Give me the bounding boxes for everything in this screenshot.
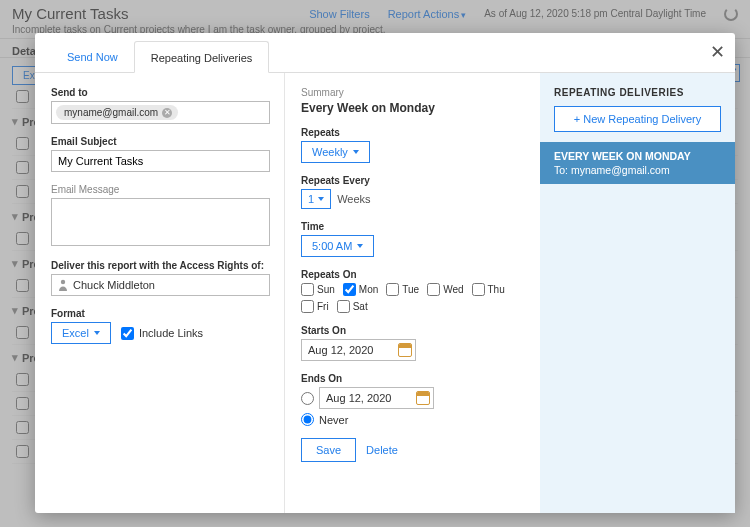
delivery-item-selected[interactable]: EVERY WEEK ON MONDAY To: myname@gmail.co…: [540, 142, 735, 184]
send-to-label: Send to: [51, 87, 270, 98]
calendar-icon[interactable]: [416, 391, 430, 405]
day-tue-checkbox[interactable]: Tue: [386, 283, 419, 296]
subject-label: Email Subject: [51, 136, 270, 147]
save-button[interactable]: Save: [301, 438, 356, 462]
right-column: REPEATING DELIVERIES + New Repeating Del…: [540, 73, 735, 513]
new-repeating-delivery-button[interactable]: + New Repeating Delivery: [554, 106, 721, 132]
access-rights-label: Deliver this report with the Access Righ…: [51, 260, 270, 271]
delivery-item-title: EVERY WEEK ON MONDAY: [554, 150, 721, 162]
tab-send-now[interactable]: Send Now: [51, 41, 134, 72]
delivery-modal: ✕ Send Now Repeating Deliveries Send to …: [35, 33, 735, 513]
person-icon: [58, 279, 68, 291]
repeats-every-label: Repeats Every: [301, 175, 524, 186]
day-sat-checkbox[interactable]: Sat: [337, 300, 368, 313]
starts-on-label: Starts On: [301, 325, 524, 336]
day-sun-checkbox[interactable]: Sun: [301, 283, 335, 296]
day-fri-checkbox[interactable]: Fri: [301, 300, 329, 313]
time-label: Time: [301, 221, 524, 232]
ends-on-date-input[interactable]: Aug 12, 2020: [319, 387, 434, 409]
message-textarea[interactable]: [51, 198, 270, 246]
include-links-checkbox[interactable]: Include Links: [121, 327, 203, 340]
summary-text: Every Week on Monday: [301, 101, 524, 115]
delete-link[interactable]: Delete: [366, 444, 398, 456]
day-mon-checkbox[interactable]: Mon: [343, 283, 378, 296]
ends-on-date-radio[interactable]: [301, 392, 314, 405]
repeats-every-unit: Weeks: [337, 193, 370, 205]
calendar-icon[interactable]: [398, 343, 412, 357]
format-select[interactable]: Excel: [51, 322, 111, 344]
starts-on-input[interactable]: Aug 12, 2020: [301, 339, 416, 361]
ends-on-never-label: Never: [319, 414, 348, 426]
time-select[interactable]: 5:00 AM: [301, 235, 374, 257]
repeats-select[interactable]: Weekly: [301, 141, 370, 163]
remove-recipient-icon[interactable]: ✕: [162, 108, 172, 118]
close-icon[interactable]: ✕: [710, 41, 725, 63]
summary-label: Summary: [301, 87, 524, 98]
modal-tabs: Send Now Repeating Deliveries: [35, 41, 735, 73]
repeats-on-label: Repeats On: [301, 269, 524, 280]
repeating-deliveries-header: REPEATING DELIVERIES: [540, 87, 735, 106]
repeats-label: Repeats: [301, 127, 524, 138]
svg-point-0: [61, 280, 65, 284]
tab-repeating-deliveries[interactable]: Repeating Deliveries: [134, 41, 270, 73]
day-wed-checkbox[interactable]: Wed: [427, 283, 463, 296]
recipient-pill: myname@gmail.com ✕: [56, 105, 178, 120]
format-label: Format: [51, 308, 270, 319]
left-column: Send to myname@gmail.com ✕ Email Subject…: [35, 73, 285, 513]
ends-on-never-radio[interactable]: [301, 413, 314, 426]
ends-on-label: Ends On: [301, 373, 524, 384]
delivery-item-recipient: To: myname@gmail.com: [554, 164, 721, 176]
subject-input[interactable]: [51, 150, 270, 172]
day-thu-checkbox[interactable]: Thu: [472, 283, 505, 296]
access-rights-input[interactable]: Chuck Middleton: [51, 274, 270, 296]
repeats-every-value-select[interactable]: 1: [301, 189, 331, 209]
middle-column: Summary Every Week on Monday Repeats Wee…: [285, 73, 540, 513]
send-to-input[interactable]: myname@gmail.com ✕: [51, 101, 270, 124]
message-label: Email Message: [51, 184, 270, 195]
